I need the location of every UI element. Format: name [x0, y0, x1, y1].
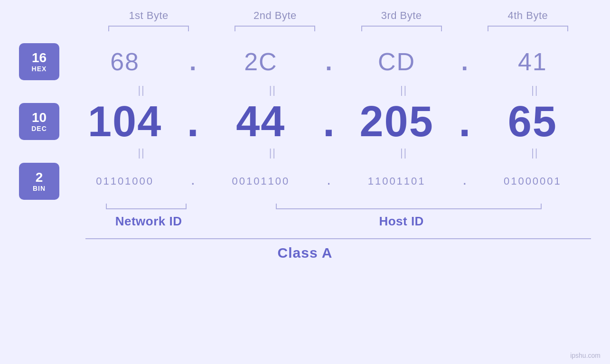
bottom-bracket-network	[106, 204, 187, 209]
top-brackets-row	[19, 26, 591, 31]
eq2-v1: ||	[85, 147, 197, 159]
hex-v3: CD	[338, 47, 455, 76]
top-bracket-1	[108, 26, 189, 31]
bottom-section: Network ID Host ID	[19, 204, 591, 229]
eq1-v2: ||	[216, 84, 328, 96]
bin-dot3: .	[455, 175, 474, 187]
network-bracket-wrap	[85, 204, 207, 209]
bin-badge-label: BIN	[33, 185, 46, 192]
class-bracket-line	[85, 238, 591, 239]
bracket-cell-3	[338, 26, 465, 31]
eq2-v4: ||	[479, 147, 591, 159]
class-label: Class A	[19, 245, 591, 261]
host-bracket-wrap	[226, 204, 591, 209]
byte-headers-row: 1st Byte 2nd Byte 3rd Byte 4th Byte	[19, 9, 591, 22]
bin-v3: 11001101	[338, 175, 455, 187]
hex-v2: 2C	[202, 47, 319, 76]
byte2-header: 2nd Byte	[212, 9, 338, 22]
eq1-v1: ||	[85, 84, 197, 96]
top-bracket-2	[235, 26, 315, 31]
top-bracket-3	[361, 26, 442, 31]
bottom-brackets	[85, 204, 591, 209]
main-container: 1st Byte 2nd Byte 3rd Byte 4th Byte 16 H…	[0, 0, 610, 364]
watermark: ipshu.com	[570, 352, 601, 359]
dec-dot2: .	[319, 100, 338, 143]
dec-badge-num: 10	[32, 111, 47, 125]
dec-badge-label: DEC	[31, 125, 47, 132]
hex-dot2: .	[319, 47, 338, 76]
dec-v4: 65	[474, 100, 591, 143]
hex-badge: 16 HEX	[19, 43, 59, 80]
eq1-v4: ||	[479, 84, 591, 96]
id-labels-row: Network ID Host ID	[85, 214, 591, 229]
network-id-label: Network ID	[85, 214, 212, 229]
hex-dot3: .	[455, 47, 474, 76]
bin-badge-num: 2	[36, 170, 43, 185]
bin-section: 2 BIN 01101000 . 00101100 . 11001101 .	[19, 163, 591, 200]
byte1-header: 1st Byte	[85, 9, 212, 22]
bin-badge: 2 BIN	[19, 163, 59, 200]
eq2-v2: ||	[216, 147, 328, 159]
equals-row-1: || || || ||	[19, 84, 591, 96]
dec-v3: 205	[338, 100, 455, 143]
dec-section: 10 DEC 104 . 44 . 205 . 65	[19, 100, 591, 143]
dec-dot3: .	[455, 100, 474, 143]
bin-dot1: .	[183, 175, 202, 187]
bottom-bracket-host	[276, 204, 542, 209]
bin-dot2: .	[319, 175, 338, 187]
dec-v2: 44	[202, 100, 319, 143]
equals-row-2: || || || ||	[19, 147, 591, 159]
hex-badge-label: HEX	[32, 65, 47, 73]
bin-v4: 01000001	[474, 175, 591, 187]
dec-badge: 10 DEC	[19, 103, 59, 140]
eq2-v3: ||	[348, 147, 460, 159]
hex-section: 16 HEX 68 . 2C . CD . 41	[19, 43, 591, 80]
bin-v2: 00101100	[202, 175, 319, 187]
hex-v1: 68	[66, 47, 183, 76]
dec-dot1: .	[183, 100, 202, 143]
byte4-header: 4th Byte	[465, 9, 591, 22]
class-section: Class A	[19, 238, 591, 261]
hex-dot1: .	[183, 47, 202, 76]
bracket-cell-1	[85, 26, 212, 31]
eq1-v3: ||	[348, 84, 460, 96]
byte3-header: 3rd Byte	[338, 9, 465, 22]
bin-values-row: 01101000 . 00101100 . 11001101 . 0100000…	[66, 175, 591, 187]
bin-v1: 01101000	[66, 175, 183, 187]
dec-v1: 104	[66, 100, 183, 143]
bracket-cell-2	[212, 26, 338, 31]
hex-values-row: 68 . 2C . CD . 41	[66, 47, 591, 76]
hex-badge-num: 16	[32, 51, 47, 65]
hex-v4: 41	[474, 47, 591, 76]
top-bracket-4	[488, 26, 568, 31]
host-id-label: Host ID	[212, 214, 591, 229]
bracket-cell-4	[465, 26, 591, 31]
dec-values-row: 104 . 44 . 205 . 65	[66, 100, 591, 143]
